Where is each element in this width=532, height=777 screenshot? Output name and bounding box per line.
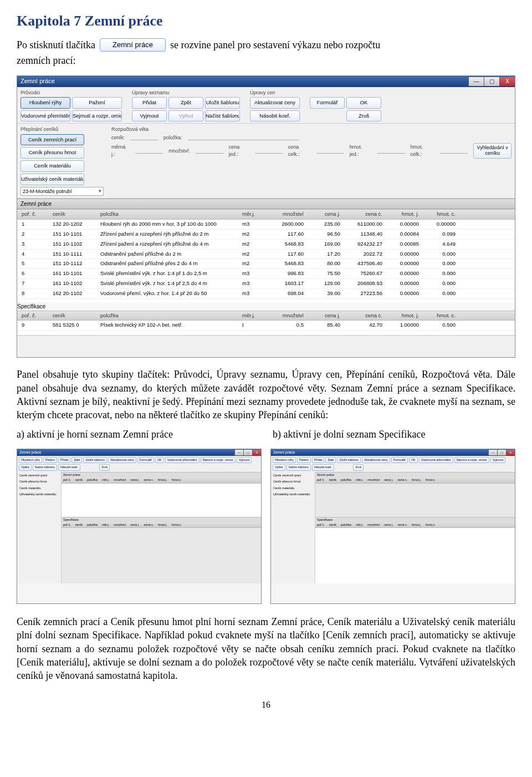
polozka-field[interactable] — [188, 134, 299, 140]
mini-button[interactable]: Zruš — [353, 464, 364, 470]
cenik-field[interactable] — [130, 134, 158, 140]
uzivatelsky-cenik-button[interactable]: Uživatelský ceník materiálu — [21, 174, 84, 185]
prepinani-ceniku: Přepínání ceníků Ceník zemních prací Cen… — [21, 126, 104, 195]
page-number: 16 — [17, 699, 515, 711]
mini-button[interactable]: Přidat — [58, 457, 70, 463]
mini-button[interactable]: Vpřed — [19, 464, 32, 470]
vyjmout-button[interactable]: Vyjmout — [132, 110, 167, 122]
spec-table-header: poř. č. ceník položka měr.j. množství ce… — [17, 311, 515, 321]
minimize-icon[interactable]: — — [488, 450, 497, 455]
group-upravy-cen: Úpravy cen Aktualizovat ceny Násobit koe… — [250, 89, 300, 124]
cenik-materialu-button[interactable]: Ceník materiálu — [21, 160, 84, 172]
montaze-dropdown[interactable]: 23-M-Montáže potrubí — [21, 187, 104, 196]
maximize-icon[interactable]: ▢ — [243, 450, 252, 455]
mini-button[interactable]: Uživatelský ceník materiálu — [18, 492, 60, 497]
search-cenik-button[interactable]: Vyhledávání v ceníku — [473, 143, 511, 159]
pridat-button[interactable]: Přidat — [132, 97, 167, 109]
mini-button[interactable]: Vodorovné přemístění — [419, 457, 453, 463]
nasobit-koef-button[interactable]: Násobit koef. — [250, 110, 300, 122]
mini-button[interactable]: Ceník materiálu — [18, 486, 60, 491]
thumbnail-b: Zemní práce —▢X Hloubení rýhyPaženíPřida… — [270, 449, 515, 604]
specifikace-section-title: Specifikace — [17, 303, 515, 311]
thumbnail-a: Zemní práce —▢X Hloubení rýhyPaženíPřida… — [17, 449, 262, 604]
mini-button[interactable]: Aktualizovat ceny — [362, 457, 390, 463]
mini-button[interactable]: Formulář — [391, 457, 408, 463]
table-row[interactable]: 2151 10-1101Zřízení pažení a rozepření r… — [17, 230, 515, 240]
table-row[interactable]: 3151 10-1102Zřízení pažení a rozepření r… — [17, 240, 515, 250]
table-row[interactable]: 6161 10-1101Svislé přemístění výk. z hor… — [17, 269, 515, 279]
mini-button[interactable]: Pažení — [43, 457, 57, 463]
close-icon[interactable]: X — [499, 77, 515, 86]
merna-field[interactable] — [135, 148, 163, 154]
minimize-icon[interactable]: — — [234, 450, 243, 455]
ulozit-sablonu-button[interactable]: Uložit šablonu — [205, 97, 240, 109]
group-upravy-seznamu: Úpravy seznamu Přidat Zpět Uložit šablon… — [132, 89, 240, 124]
table-row[interactable]: 1132 20-1202Hloubení rýh do 2000 mm v ho… — [17, 220, 515, 230]
aktualizovat-ceny-button[interactable]: Aktualizovat ceny — [250, 97, 300, 109]
ok-button[interactable]: OK — [346, 97, 381, 109]
vpred-button[interactable]: Vpřed — [168, 110, 203, 122]
mini-button[interactable]: Ceník přesunu hmot — [18, 479, 60, 484]
mini-button[interactable]: Sejmutí a rozpr. ornice — [201, 457, 236, 463]
maximize-icon[interactable]: ▢ — [484, 77, 499, 86]
zemni-prace-section-title: Zemní práce — [17, 199, 515, 210]
table-row[interactable]: 4151 10-1111Odstranění pažení příložné d… — [17, 250, 515, 260]
mini-button[interactable]: Ceník přesunu hmot — [272, 479, 314, 484]
zpet-button[interactable]: Zpět — [168, 97, 203, 109]
mini-button[interactable]: Vyjmout — [490, 457, 506, 463]
mini-button[interactable]: Ceník zemních prací — [18, 473, 60, 478]
close-icon[interactable]: X — [506, 450, 515, 455]
mnozstvi-field[interactable] — [196, 148, 223, 154]
mini-button[interactable]: Vpřed — [273, 464, 285, 470]
table-row[interactable]: 7161 10-1102Svislé přemístění výk. z hor… — [17, 279, 515, 289]
zemni-prace-button[interactable]: Zemní práce — [100, 38, 166, 52]
mini-button[interactable]: Hloubení rýhy — [19, 457, 42, 463]
close-icon[interactable]: X — [252, 450, 261, 455]
mini-button[interactable]: Vodorovné přemístění — [165, 457, 200, 463]
mini-button[interactable]: Přidat — [312, 457, 324, 463]
mini-button[interactable]: Ceník materiálu — [272, 486, 314, 491]
mini-button[interactable]: Zpět — [71, 457, 82, 463]
mini-button[interactable]: OK — [155, 457, 164, 463]
mini-button[interactable]: OK — [409, 457, 418, 463]
mini-button[interactable]: Vyjmout — [237, 457, 252, 463]
formular-button[interactable]: Formulář — [310, 97, 345, 109]
pazeni-button[interactable]: Pažení — [72, 97, 122, 109]
mini-button[interactable]: Načíst šablonu — [33, 464, 57, 470]
mini-button[interactable]: Sejmutí a rozpr. ornice — [454, 457, 489, 463]
cenik-label: ceník: — [111, 134, 125, 141]
hmotcelk-field[interactable] — [440, 148, 468, 154]
minimize-icon[interactable]: — — [468, 77, 484, 86]
table-row[interactable]: 8162 20-1102Vodorovné přemí. výko. z hor… — [17, 289, 515, 299]
polozka-label: položka: — [163, 134, 182, 141]
mini-button[interactable]: Násobit koef. — [58, 464, 80, 470]
mini-button[interactable]: Načíst šablonu — [287, 464, 311, 470]
group-pruvodci: Průvodci Hloubení rýhy Pažení Vodorovné … — [21, 89, 122, 124]
mini-button[interactable]: Uživatelský ceník materiálu — [272, 492, 314, 497]
mini-button[interactable]: Uložit šablonu — [337, 457, 361, 463]
mini-button[interactable]: Zpět — [325, 457, 336, 463]
table-row[interactable]: 5151 10-1112Odstranění pažení příložné p… — [17, 259, 515, 269]
cenik-zemnich-praci-button[interactable]: Ceník zemních prací — [21, 134, 84, 146]
mini-button[interactable]: Násobit koef. — [312, 464, 334, 470]
cenik-presunu-hmot-button[interactable]: Ceník přesunu hmot — [21, 147, 84, 159]
mini-button[interactable]: Ceník zemních prací — [272, 473, 314, 478]
table-row[interactable]: 9581 5325 0Písek technický KP 102-A bet.… — [17, 321, 515, 331]
cenacelk-field[interactable] — [316, 148, 344, 154]
window-title: Zemní práce — [21, 77, 55, 85]
maximize-icon[interactable]: ▢ — [497, 450, 506, 455]
mini-button[interactable]: Zruš — [99, 464, 110, 470]
nacist-sablonu-button[interactable]: Načíst šablonu — [205, 110, 240, 122]
zrus-button[interactable]: Zruš — [346, 110, 381, 122]
hmotjed-field[interactable] — [377, 148, 405, 154]
vodorovne-button[interactable]: Vodorovné přemístění — [21, 110, 70, 122]
mini-button[interactable]: Uložit šablonu — [83, 457, 107, 463]
sejmuti-button[interactable]: Sejmutí a rozpr. ornice — [72, 110, 122, 122]
mini-button[interactable]: Formulář — [137, 457, 154, 463]
mini-button[interactable]: Hloubení rýhy — [273, 457, 296, 463]
mini-button[interactable]: Pažení — [297, 457, 311, 463]
cenajed-field[interactable] — [255, 148, 283, 154]
rozpoctova-veta: Rozpočtová věta ceník: položka: měrná j.… — [111, 126, 511, 195]
hloubeni-ryhy-button[interactable]: Hloubení rýhy — [21, 97, 70, 109]
mini-button[interactable]: Aktualizovat ceny — [108, 457, 136, 463]
